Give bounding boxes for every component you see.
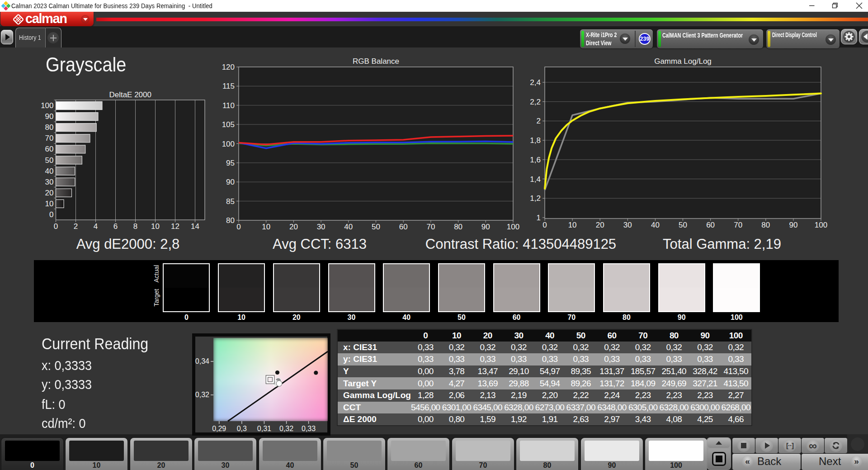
svg-text:20: 20 [289, 223, 298, 231]
svg-text:0,32: 0,32 [279, 425, 293, 432]
svg-text:40: 40 [344, 223, 353, 231]
svg-text:1,2: 1,2 [530, 194, 541, 203]
svg-text:1,6: 1,6 [530, 156, 541, 164]
svg-text:85: 85 [226, 197, 235, 206]
svg-text:90: 90 [226, 178, 235, 186]
svg-text:RGB Balance: RGB Balance [353, 57, 399, 66]
svg-text:70: 70 [426, 223, 435, 231]
svg-text:0: 0 [542, 221, 547, 229]
svg-text:12: 12 [171, 222, 179, 231]
svg-text:90: 90 [481, 223, 490, 231]
svg-text:10: 10 [151, 222, 160, 231]
svg-text:50: 50 [679, 221, 687, 229]
svg-text:70: 70 [734, 221, 742, 229]
svg-text:90: 90 [45, 112, 54, 121]
svg-text:8: 8 [133, 222, 137, 231]
svg-text:0: 0 [236, 223, 241, 231]
svg-text:105: 105 [222, 120, 235, 129]
svg-text:95: 95 [226, 159, 235, 167]
svg-text:100: 100 [41, 101, 53, 110]
svg-text:80: 80 [45, 123, 54, 132]
svg-text:80: 80 [761, 221, 770, 229]
svg-text:60: 60 [45, 145, 54, 153]
svg-text:80: 80 [454, 223, 462, 231]
svg-text:0,3: 0,3 [237, 425, 247, 432]
svg-text:0,33: 0,33 [302, 425, 316, 432]
svg-text:2,2: 2,2 [530, 98, 541, 106]
svg-text:100: 100 [222, 140, 235, 148]
svg-text:0,29: 0,29 [212, 425, 226, 432]
svg-text:20: 20 [596, 221, 604, 229]
svg-text:Gamma Log/Log: Gamma Log/Log [654, 57, 712, 66]
svg-text:50: 50 [372, 223, 380, 231]
svg-text:14: 14 [191, 222, 199, 231]
svg-text:0: 0 [49, 210, 53, 219]
svg-text:10: 10 [45, 199, 54, 208]
svg-text:0: 0 [54, 222, 58, 231]
svg-text:2: 2 [74, 222, 78, 231]
svg-text:90: 90 [789, 221, 797, 229]
svg-text:2: 2 [537, 117, 541, 125]
svg-text:115: 115 [222, 82, 235, 90]
svg-text:20: 20 [45, 189, 54, 197]
svg-text:80: 80 [226, 216, 235, 225]
svg-text:1,4: 1,4 [530, 175, 541, 184]
svg-text:0,34: 0,34 [195, 357, 209, 365]
svg-text:60: 60 [706, 221, 715, 229]
svg-text:70: 70 [45, 134, 54, 142]
svg-text:0,31: 0,31 [257, 425, 271, 432]
svg-text:4: 4 [94, 222, 98, 231]
svg-text:6: 6 [113, 222, 118, 231]
svg-text:60: 60 [399, 223, 408, 231]
svg-text:10: 10 [262, 223, 270, 231]
svg-text:50: 50 [45, 156, 54, 165]
svg-text:1: 1 [537, 214, 541, 222]
svg-text:100: 100 [507, 223, 519, 231]
svg-text:30: 30 [45, 178, 54, 186]
svg-text:0,32: 0,32 [195, 391, 209, 399]
svg-text:1,8: 1,8 [530, 136, 541, 145]
svg-text:30: 30 [623, 221, 632, 229]
svg-text:DeltaE 2000: DeltaE 2000 [109, 90, 151, 99]
svg-text:40: 40 [651, 221, 660, 229]
svg-text:2,4: 2,4 [530, 78, 541, 87]
svg-text:120: 120 [222, 63, 235, 71]
svg-text:100: 100 [815, 221, 827, 229]
svg-text:30: 30 [317, 223, 326, 231]
svg-text:110: 110 [222, 101, 235, 110]
svg-text:40: 40 [45, 167, 54, 176]
svg-text:10: 10 [568, 221, 577, 229]
